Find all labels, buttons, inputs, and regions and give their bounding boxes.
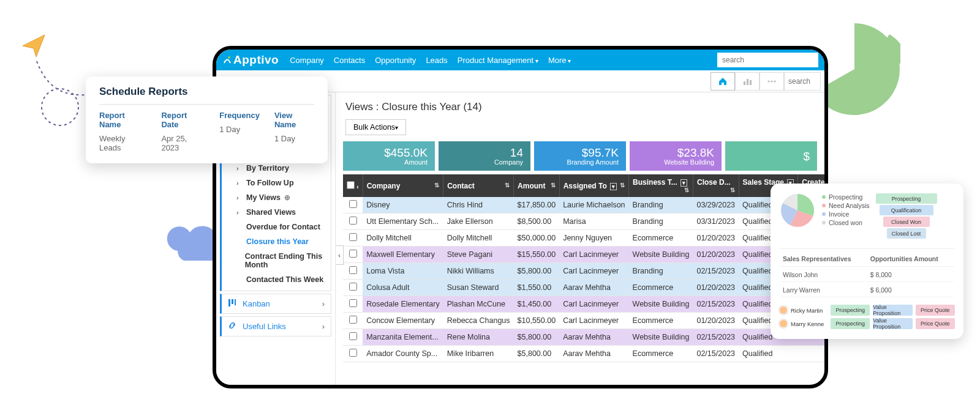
table-row[interactable]: Maxwell ElementarySteve Pagani$15,550.00… [343, 247, 824, 263]
sort-icon[interactable]: ⇅ [684, 187, 689, 193]
stat-card-overflow[interactable]: $ [725, 141, 817, 171]
opportunities-table: ‹Company ⇅Contact ⇅Amount ⇅Assigned To ▾… [343, 174, 824, 362]
funnel-chart: ProspectingQualificationClosed WonClosed… [876, 192, 937, 240]
stat-card[interactable]: 14Company [439, 141, 530, 171]
row-checkbox[interactable] [349, 200, 357, 208]
stat-card[interactable]: $455.0KAmount [343, 141, 435, 171]
chevron-right-icon: › [236, 165, 243, 172]
table-row[interactable]: Loma VistaNikki Williams$5,800.00Carl La… [343, 263, 824, 280]
content-area: ‹ Views : Closure this Year (14) Bulk Ac… [336, 92, 824, 385]
table-row[interactable]: Utt Elementary Sch...Jake Ellerson$8,500… [343, 214, 824, 230]
nav-item-leads[interactable]: Leads [426, 56, 447, 65]
global-search-input[interactable] [717, 53, 818, 67]
rep-stage-rows: Ricky MartinProspectingValue Proposition… [779, 305, 955, 329]
rep-row: Ricky MartinProspectingValue Proposition… [779, 305, 955, 316]
column-header[interactable]: Business T... ▾⇅ [629, 174, 693, 197]
filter-icon[interactable]: ▾ [610, 183, 617, 190]
stage-chip[interactable]: Prospecting [831, 318, 870, 329]
pie-chart-icon [779, 192, 816, 229]
sort-icon[interactable]: ⇅ [730, 187, 735, 193]
stats-row: $455.0KAmount14Company$95.7KBranding Amo… [343, 141, 817, 171]
row-checkbox[interactable] [349, 316, 357, 324]
bulk-actions-button[interactable]: Bulk Actions [345, 119, 406, 135]
table-row[interactable]: Colusa AdultSusan Steward$1,550.00Aarav … [343, 280, 824, 296]
sidebar-item[interactable]: ›To Follow Up [222, 176, 331, 190]
column-header[interactable]: Contact ⇅ [443, 174, 514, 197]
sidebar-collapse-icon[interactable]: ‹ [336, 245, 344, 265]
more-icon[interactable] [760, 72, 784, 91]
sort-icon[interactable]: ⇅ [551, 182, 556, 188]
stage-chip[interactable]: Price Quote [916, 305, 955, 316]
chevron-right-icon: › [236, 209, 243, 216]
nav-item-opportunity[interactable]: Opportunity [375, 56, 416, 65]
filter-icon[interactable]: ▾ [680, 179, 687, 187]
sidebar-item[interactable]: Closure this Year [222, 234, 331, 249]
row-checkbox[interactable] [349, 283, 357, 291]
chevron-right-icon: › [236, 194, 243, 201]
schedule-col-head: Frequency [219, 111, 260, 120]
row-checkbox[interactable] [349, 217, 357, 225]
stat-card[interactable]: $23.8KWebsite Building [630, 141, 722, 171]
rep-row: Marry KenneProspectingValue PropositionP… [779, 318, 955, 329]
stage-chip[interactable]: Value Proposition [873, 318, 912, 329]
divider [99, 104, 314, 105]
legend-item: Closed won [822, 219, 870, 226]
svg-rect-12 [232, 299, 233, 304]
sidebar-useful-links-section[interactable]: Useful Links › [220, 316, 331, 336]
sidebar-item[interactable]: Contacted This Week [222, 272, 331, 287]
table-row[interactable]: Amador County Sp...Mike Iribarren$5,800.… [343, 346, 824, 362]
chevron-right-icon: › [322, 322, 325, 331]
sort-icon[interactable]: ⇅ [620, 182, 625, 188]
nav-item-more[interactable]: More [548, 56, 571, 65]
stage-chip[interactable]: Prospecting [831, 305, 870, 316]
sort-icon[interactable]: ⇅ [505, 182, 510, 188]
chart-icon[interactable] [735, 72, 760, 91]
table-row[interactable]: DisneyChris Hind$17,850.00Laurie Michael… [343, 197, 824, 214]
row-checkbox[interactable] [349, 299, 357, 307]
schedule-reports-card: Schedule Reports Report Name Weekly Lead… [86, 76, 328, 163]
nav-item-company[interactable]: Company [290, 56, 324, 65]
link-icon [228, 321, 238, 332]
table-row[interactable]: Concow ElementaryRebecca Changus$10,550.… [343, 313, 824, 329]
funnel-segment: Qualification [880, 205, 933, 215]
stat-card[interactable]: $95.7KBranding Amount [534, 141, 626, 171]
sidebar-item[interactable]: ›Shared Views [222, 205, 331, 220]
funnel-segment: Prospecting [876, 193, 937, 204]
svg-point-1 [228, 56, 230, 59]
column-header[interactable]: Company ⇅ [363, 174, 443, 197]
sidebar-item[interactable]: Overdue for Contact [222, 220, 331, 234]
nav-item-product-management[interactable]: Product Management [458, 56, 538, 65]
legend-item: Prospecting [822, 193, 870, 201]
svg-rect-13 [235, 299, 236, 305]
schedule-col-value: 1 Day [219, 125, 260, 134]
svg-point-7 [774, 80, 775, 82]
chevron-right-icon: › [322, 299, 325, 308]
stage-chip[interactable]: Value Proposition [873, 305, 912, 316]
sidebar-item[interactable]: ›My Views⊕ [222, 190, 331, 205]
row-checkbox[interactable] [349, 349, 357, 357]
stage-chip[interactable]: Price Quote [916, 318, 955, 329]
row-checkbox[interactable] [349, 233, 357, 241]
home-icon[interactable] [710, 72, 735, 91]
view-search-input[interactable] [784, 72, 821, 91]
nav-item-contacts[interactable]: Contacts [334, 56, 365, 65]
table-row[interactable]: Rosedale ElementaryPlashan McCune$1,450.… [343, 296, 824, 313]
row-checkbox[interactable] [349, 332, 357, 340]
select-all-checkbox[interactable] [347, 181, 355, 189]
column-header[interactable]: Close D... ⇅ [693, 174, 739, 197]
avatar-icon [779, 319, 788, 328]
table-row[interactable]: Dolly MitchellDolly Mitchell$50,000.00Je… [343, 230, 824, 247]
column-header[interactable]: Assigned To ▾⇅ [559, 174, 628, 197]
funnel-segment: Closed Won [883, 217, 930, 227]
sidebar-item[interactable]: Contract Ending This Month [222, 249, 331, 272]
svg-rect-4 [750, 80, 752, 85]
table-row[interactable]: Manzanita Element...Rene Molina$5,800.00… [343, 329, 824, 346]
column-header[interactable]: Amount ⇅ [514, 174, 560, 197]
row-checkbox[interactable] [349, 250, 357, 258]
sidebar-kanban-section[interactable]: Kanban › [220, 294, 331, 314]
row-checkbox[interactable] [349, 266, 357, 274]
sort-icon[interactable]: ⇅ [434, 182, 439, 188]
add-icon[interactable]: ⊕ [284, 193, 290, 202]
analytics-col-head: Sales Representatives [780, 250, 867, 267]
column-header[interactable]: ‹ [343, 174, 363, 197]
